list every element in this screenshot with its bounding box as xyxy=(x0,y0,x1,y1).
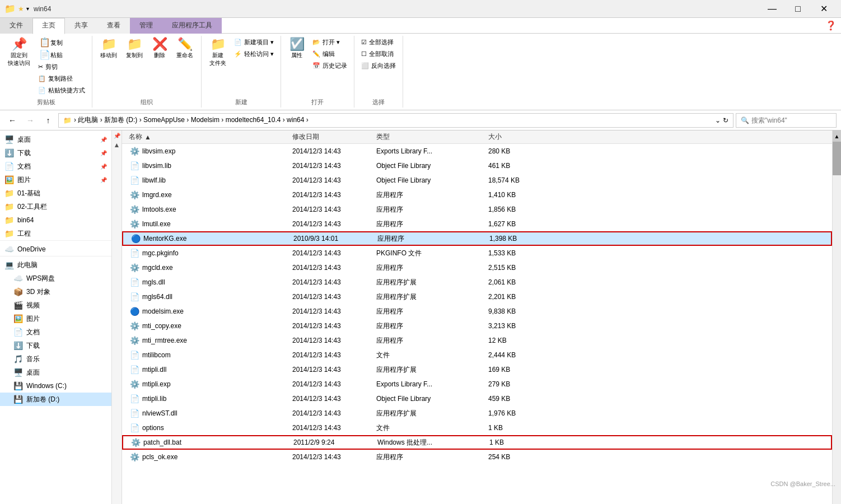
copy-to-button[interactable]: 📁 复制到 xyxy=(123,37,146,60)
file-row[interactable]: ⚙️ lmgrd.exe 2014/12/3 14:43 应用程序 1,410 … xyxy=(122,188,832,202)
sidebar-item-wps[interactable]: ☁️ WPS网盘 xyxy=(0,272,111,285)
deselect-all-button[interactable]: ☐全部取消 xyxy=(359,49,398,59)
col-size-header[interactable]: 大小 xyxy=(488,132,544,142)
file-row[interactable]: ⚙️ mti_rmtree.exe 2014/12/3 14:43 应用程序 1… xyxy=(122,333,832,348)
file-row[interactable]: 📄 libvsim.lib 2014/12/3 14:43 Object Fil… xyxy=(122,158,832,173)
ribbon-group-open: ☑️ 属性 📂打开 ▾ ✏️编辑 📅历史记录 打开 xyxy=(281,36,354,108)
scroll-thumb[interactable] xyxy=(833,142,841,175)
search-box[interactable]: 🔍 xyxy=(736,113,837,128)
select-all-button[interactable]: ☑全部选择 xyxy=(359,37,398,48)
sidebar-item-windows-c[interactable]: 💾 Windows (C:) xyxy=(0,379,111,393)
tab-view[interactable]: 查看 xyxy=(97,18,130,34)
sidebar-item-thispc[interactable]: 💻 此电脑 xyxy=(0,258,111,272)
copy-button[interactable]: 📋 复制 xyxy=(36,37,87,48)
paste-shortcut-button[interactable]: 📄粘贴快捷方式 xyxy=(36,85,87,96)
new-item-button[interactable]: 📄新建项目 ▾ xyxy=(232,37,276,48)
new-folder-button[interactable]: 📁 新建文件夹 xyxy=(206,37,230,68)
refresh-button[interactable]: ↻ xyxy=(723,116,728,124)
tab-app-tools[interactable]: 应用程序工具 xyxy=(162,18,222,34)
edit-button[interactable]: ✏️编辑 xyxy=(310,49,349,59)
file-row[interactable]: 📄 mgls.dll 2014/12/3 14:43 应用程序扩展 2,061 … xyxy=(122,275,832,290)
maximize-button[interactable]: □ xyxy=(785,0,811,18)
documents-icon: 📄 xyxy=(4,162,14,171)
pin-quickaccess-button[interactable]: 📌 固定到快速访问 xyxy=(4,37,34,68)
delete-button[interactable]: ❌ 删除 xyxy=(148,37,171,60)
file-row[interactable]: 📄 libwlf.lib 2014/12/3 14:43 Object File… xyxy=(122,173,832,188)
file-row[interactable]: 📄 options 2014/12/3 14:43 文件 1 KB xyxy=(122,421,832,435)
tab-share[interactable]: 共享 xyxy=(65,18,97,34)
new-folder-icon: 📁 xyxy=(211,38,226,50)
col-name-header[interactable]: 名称 ▲ xyxy=(124,132,292,142)
sidebar-item-desktop[interactable]: 🖥️ 桌面 📌 xyxy=(0,133,111,146)
cut-button[interactable]: ✂剪切 xyxy=(36,62,87,72)
file-icon-mgcld: ⚙️ xyxy=(129,262,140,273)
copy-path-button[interactable]: 📋复制路径 xyxy=(36,73,87,84)
properties-button[interactable]: ☑️ 属性 xyxy=(286,37,308,60)
sidebar-item-pictures[interactable]: 🖼️ 图片 📌 xyxy=(0,173,111,186)
sidebar-item-3d[interactable]: 📦 3D 对象 xyxy=(0,285,111,298)
back-button[interactable]: ← xyxy=(4,113,20,128)
minimize-button[interactable]: — xyxy=(759,0,785,18)
file-row[interactable]: 📄 mtilibcom 2014/12/3 14:43 文件 2,444 KB xyxy=(122,348,832,362)
up-button[interactable]: ↑ xyxy=(40,113,56,128)
patch-dll-row[interactable]: ⚙️ patch_dll.bat 2011/2/9 9:24 Windows 批… xyxy=(122,435,832,450)
sidebar-item-documents[interactable]: 📄 文档 📌 xyxy=(0,160,111,173)
history-button[interactable]: 📅历史记录 xyxy=(310,60,349,71)
sidebar-item-video[interactable]: 🎬 视频 xyxy=(0,298,111,312)
file-row[interactable]: ⚙️ lmutil.exe 2014/12/3 14:43 应用程序 1,627… xyxy=(122,217,832,231)
file-row[interactable]: ⚙️ mtipli.exp 2014/12/3 14:43 Exports Li… xyxy=(122,377,832,391)
file-row[interactable]: 📄 mgls64.dll 2014/12/3 14:43 应用程序扩展 2,20… xyxy=(122,290,832,304)
clipboard-label: 剪贴板 xyxy=(37,98,55,106)
easy-access-button[interactable]: ⚡轻松访问 ▾ xyxy=(232,49,276,59)
sidebar-collapse-icon[interactable]: ▲ xyxy=(114,141,120,149)
sidebar-item-project[interactable]: 📁 工程 xyxy=(0,227,111,240)
sidebar-item-02-toolbar[interactable]: 📁 02-工具栏 xyxy=(0,200,111,213)
close-button[interactable]: ✕ xyxy=(811,0,837,18)
folder-01-icon: 📁 xyxy=(4,189,14,198)
file-row[interactable]: ⚙️ libvsim.exp 2014/12/3 14:43 Exports L… xyxy=(122,144,832,158)
paste-button[interactable]: 📄 粘贴 xyxy=(36,49,87,60)
address-dropdown-button[interactable]: ⌄ xyxy=(715,116,721,124)
sidebar-item-desktop2[interactable]: 🖥️ 桌面 xyxy=(0,366,111,379)
sidebar-item-pictures2[interactable]: 🖼️ 图片 xyxy=(0,312,111,325)
move-to-button[interactable]: 📁 移动到 xyxy=(97,37,120,60)
sidebar-item-documents2[interactable]: 📄 文档 xyxy=(0,325,111,339)
sidebar-label-video: 视频 xyxy=(26,301,40,310)
help-icon[interactable]: ❓ xyxy=(825,20,837,31)
search-icon: 🔍 xyxy=(741,116,749,124)
scrollbar[interactable]: ▲ ▼ xyxy=(832,130,841,504)
rename-button[interactable]: ✏️ 重命名 xyxy=(173,37,197,60)
col-date-header[interactable]: 修改日期 xyxy=(292,132,376,142)
tab-file[interactable]: 文件 xyxy=(0,18,32,34)
sidebar-pin-icon[interactable]: 📌 xyxy=(114,133,120,139)
tab-manage[interactable]: 管理 xyxy=(130,18,162,34)
tab-home[interactable]: 主页 xyxy=(32,18,65,34)
scroll-up-button[interactable]: ▲ xyxy=(833,130,841,142)
file-row[interactable]: 📄 mtipli.lib 2014/12/3 14:43 Object File… xyxy=(122,391,832,406)
open-button[interactable]: 📂打开 ▾ xyxy=(310,37,349,48)
mentorkg-row[interactable]: 🔵 MentorKG.exe 2010/9/3 14:01 应用程序 1,398… xyxy=(122,231,832,246)
sidebar-item-onedrive[interactable]: ☁️ OneDrive xyxy=(0,242,111,256)
file-row[interactable]: ⚙️ mgcld.exe 2014/12/3 14:43 应用程序 2,515 … xyxy=(122,260,832,275)
file-row[interactable]: ⚙️ lmtools.exe 2014/12/3 14:43 应用程序 1,85… xyxy=(122,202,832,217)
address-input[interactable]: 📁 › 此电脑 › 新加卷 (D:) › SomeAppUse › Models… xyxy=(58,113,733,128)
sidebar-item-downloads[interactable]: ⬇️ 下载 📌 xyxy=(0,146,111,160)
file-row[interactable]: 📄 mtipli.dll 2014/12/3 14:43 应用程序扩展 169 … xyxy=(122,362,832,377)
sidebar-item-01-basic[interactable]: 📁 01-基础 xyxy=(0,186,111,200)
forward-button[interactable]: → xyxy=(22,113,38,128)
file-row[interactable]: 🔵 modelsim.exe 2014/12/3 14:43 应用程序 9,83… xyxy=(122,304,832,319)
file-icon-libvsim-lib: 📄 xyxy=(129,160,140,171)
file-icon-lmgrd: ⚙️ xyxy=(129,189,140,200)
sidebar-item-music[interactable]: 🎵 音乐 xyxy=(0,352,111,366)
file-row[interactable]: 📄 nlviewST.dll 2014/12/3 14:43 应用程序扩展 1,… xyxy=(122,406,832,421)
file-row[interactable]: ⚙️ pcls_ok.exe 2014/12/3 14:43 应用程序 254 … xyxy=(122,450,832,464)
sidebar-item-downloads2[interactable]: ⬇️ 下载 xyxy=(0,339,111,352)
new-label: 新建 xyxy=(235,98,247,106)
sidebar-item-new-d[interactable]: 💾 新加卷 (D:) xyxy=(0,393,111,406)
search-input[interactable] xyxy=(751,116,824,124)
sidebar-item-bin64[interactable]: 📁 bin64 xyxy=(0,213,111,227)
invert-select-button[interactable]: ⬜反向选择 xyxy=(359,60,398,71)
file-row[interactable]: ⚙️ mti_copy.exe 2014/12/3 14:43 应用程序 3,2… xyxy=(122,319,832,333)
col-type-header[interactable]: 类型 xyxy=(376,132,488,142)
file-row[interactable]: 📄 mgc.pkginfo 2014/12/3 14:43 PKGINFO 文件… xyxy=(122,246,832,260)
